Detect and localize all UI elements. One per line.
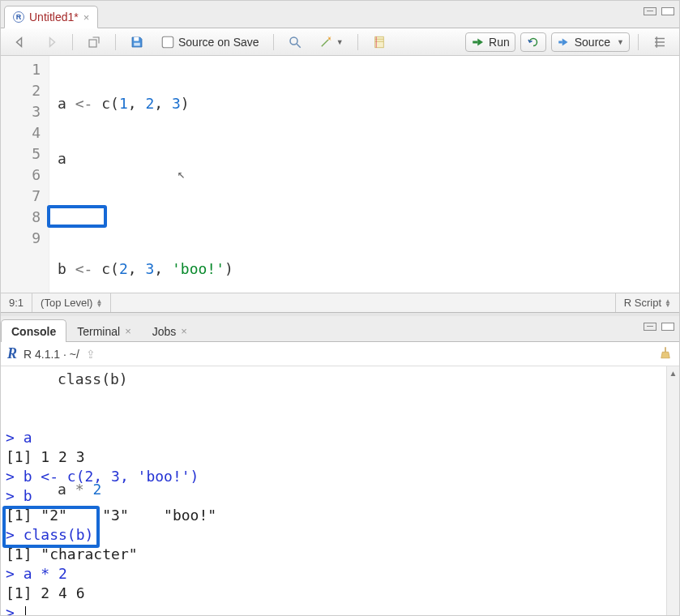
tab-terminal-label: Terminal <box>77 325 120 338</box>
editor-tabbar: R Untitled1* × <box>1 1 679 28</box>
run-button[interactable]: Run <box>465 32 515 52</box>
svg-rect-12 <box>558 41 562 43</box>
line-number: 1 <box>1 59 41 80</box>
find-button[interactable] <box>282 32 308 52</box>
line-number: 5 <box>1 143 41 165</box>
console-line: > a <box>6 428 661 447</box>
console-line: [1] 2 4 6 <box>6 584 661 603</box>
pane-window-controls <box>644 323 674 331</box>
chevron-down-icon: ▼ <box>617 38 624 46</box>
outline-button[interactable] <box>647 32 673 52</box>
maximize-pane-icon[interactable] <box>661 7 674 15</box>
cursor-position: 9:1 <box>1 293 32 312</box>
console-output[interactable]: > a[1] 1 2 3> b <- c(2, 3, 'boo!')> b[1]… <box>1 366 666 616</box>
svg-point-4 <box>290 37 297 45</box>
popout-icon <box>87 35 101 49</box>
line-number: 4 <box>1 122 41 143</box>
console-line: > class(b) <box>6 525 661 545</box>
line-gutter: 1 2 3 4 5 6 7 8 9 <box>1 56 49 293</box>
outline-icon <box>652 35 667 49</box>
svg-line-5 <box>297 44 301 48</box>
source-pane: R Untitled1* × Source on Save <box>1 1 679 313</box>
source-label: Source <box>575 36 610 49</box>
source-on-save-label: Source on Save <box>178 36 259 49</box>
rerun-icon <box>526 35 541 49</box>
console-line: > b <box>6 486 661 506</box>
svg-rect-11 <box>473 41 477 43</box>
line-number: 6 <box>1 165 41 186</box>
nav-forward-button[interactable] <box>38 32 64 52</box>
svg-rect-1 <box>134 37 139 41</box>
line-number: 8 <box>1 207 41 228</box>
arrow-right-icon <box>44 35 58 49</box>
magnifier-icon <box>288 35 302 49</box>
tab-jobs-label: Jobs <box>152 325 177 338</box>
svg-line-6 <box>321 40 327 46</box>
editor-tab-untitled1[interactable]: R Untitled1* × <box>4 6 98 28</box>
source-arrow-icon <box>557 35 571 49</box>
pane-window-controls <box>644 7 674 15</box>
line-number: 9 <box>1 228 41 249</box>
close-icon[interactable]: × <box>83 11 90 24</box>
nav-back-button[interactable] <box>7 32 33 52</box>
run-label: Run <box>489 36 510 49</box>
line-number: 7 <box>1 186 41 207</box>
svg-rect-2 <box>134 42 140 45</box>
floppy-disk-icon <box>130 35 144 49</box>
scroll-track[interactable] <box>667 379 679 616</box>
close-icon[interactable]: × <box>181 325 187 337</box>
line-number: 3 <box>1 101 41 122</box>
r-file-icon: R <box>13 11 24 23</box>
magic-wand-icon <box>319 35 333 49</box>
svg-rect-0 <box>89 40 96 47</box>
minimize-pane-icon[interactable] <box>644 323 656 331</box>
tab-console[interactable]: Console <box>1 319 66 342</box>
mouse-cursor-icon: ↖ <box>177 166 186 182</box>
chevron-down-icon: ▼ <box>336 38 344 46</box>
save-button[interactable] <box>124 32 150 52</box>
compile-report-button[interactable] <box>366 32 392 52</box>
r-logo-icon: R <box>7 345 17 362</box>
code-area[interactable]: a <- c(1, 2, 3) a b <- c(2, 3, 'boo!') b… <box>49 56 679 293</box>
console-line: > a * 2 <box>6 564 661 584</box>
run-arrow-icon <box>471 35 485 49</box>
text-cursor <box>25 606 26 616</box>
arrow-left-icon <box>13 35 28 49</box>
console-body: > a[1] 1 2 3> b <- c(2, 3, 'boo!')> b[1]… <box>1 366 679 616</box>
rerun-button[interactable] <box>520 32 546 52</box>
code-tools-button[interactable]: ▼ <box>313 32 349 52</box>
tab-jobs[interactable]: Jobs × <box>142 319 198 342</box>
console-scrollbar[interactable]: ▲ ▼ <box>666 366 679 616</box>
source-button[interactable]: Source ▼ <box>551 32 630 52</box>
minimize-pane-icon[interactable] <box>644 7 656 15</box>
checkbox-icon <box>160 35 175 49</box>
console-line: [1] "character" <box>6 545 661 564</box>
show-in-new-window-button[interactable] <box>81 32 107 52</box>
console-tabbar: Console Terminal × Jobs × <box>1 316 679 342</box>
maximize-pane-icon[interactable] <box>661 323 674 331</box>
editor-tab-title: Untitled1* <box>29 11 79 24</box>
editor-toolbar: Source on Save ▼ Run Source ▼ <box>1 28 679 56</box>
close-icon[interactable]: × <box>125 325 131 337</box>
console-line: [1] 1 2 3 <box>6 447 661 467</box>
tab-terminal[interactable]: Terminal × <box>66 319 142 342</box>
line-number: 2 <box>1 80 41 101</box>
notebook-icon <box>372 35 387 49</box>
source-on-save-toggle[interactable]: Source on Save <box>155 32 265 52</box>
svg-rect-3 <box>162 36 173 48</box>
console-line: [1] "2" "3" "boo!" <box>6 506 661 525</box>
console-prompt[interactable]: > <box>6 603 661 616</box>
code-editor[interactable]: 1 2 3 4 5 6 7 8 9 a <- c(1, 2, 3) a b <-… <box>1 56 679 293</box>
console-line: > b <- c(2, 3, 'boo!') <box>6 467 661 486</box>
tab-console-label: Console <box>11 325 56 338</box>
